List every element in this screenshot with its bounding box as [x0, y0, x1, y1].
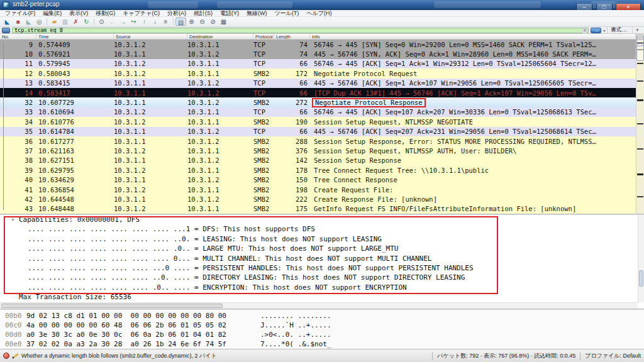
- cell-proto: TCP: [253, 108, 274, 116]
- packet-row[interactable]: 110.57994510.3.1.210.3.1.1TCP6656746 → 4…: [0, 59, 636, 69]
- go-to-packet-icon[interactable]: ↪: [128, 18, 139, 26]
- cell-proto: SMB2: [253, 176, 274, 184]
- close-file-icon[interactable]: ✗: [70, 18, 81, 26]
- column-header-no[interactable]: No.: [0, 34, 36, 39]
- expander-icon[interactable]: ▾: [11, 215, 14, 224]
- hex-row[interactable]: 00d0a0 3e 30 3c a0 0e 30 0c 06 0a 2b 06 …: [5, 330, 644, 339]
- menu-wireless[interactable]: 無線(W): [243, 10, 271, 16]
- packet-row[interactable]: 140.58341710.3.1.110.3.1.2TCP66[TCP Dup …: [0, 88, 636, 97]
- packet-row[interactable]: 4110.63685410.3.1.210.3.1.1SMB2198Create…: [0, 185, 636, 194]
- expert-info-icon[interactable]: [3, 353, 9, 359]
- packet-row[interactable]: 130.58341510.3.1.110.3.1.2TCP66445 → 567…: [0, 79, 636, 88]
- cell-proto: TCP: [253, 50, 274, 58]
- details-vscrollbar[interactable]: [638, 215, 644, 302]
- restart-capture-icon[interactable]: ◣: [23, 18, 34, 26]
- stop-capture-icon[interactable]: ■: [13, 18, 23, 26]
- filter-input[interactable]: tcp.stream eq 0 ×: [12, 28, 589, 33]
- packet-row[interactable]: 3910.62979510.3.1.210.3.1.1SMB2178Tree C…: [0, 165, 636, 175]
- packet-list-header[interactable]: No.TimeSourceDestinationProtocolLengthIn…: [0, 34, 636, 40]
- filter-apply-button[interactable]: →: [591, 28, 601, 33]
- capture-comment-icon[interactable]: [12, 353, 19, 359]
- cell-len: 376: [274, 147, 310, 155]
- menu-edit[interactable]: 編集(E): [39, 10, 65, 16]
- menu-capture[interactable]: キャプチャ(C): [119, 10, 164, 16]
- column-header-info[interactable]: Info: [310, 34, 636, 39]
- details-vscrollbar-thumb[interactable]: [639, 270, 643, 287]
- tree-item-capability-flag[interactable]: .... .... .... .... .... .... .0.. .... …: [0, 283, 644, 292]
- column-header-protocol[interactable]: Protocol: [253, 34, 274, 39]
- zoom-out-icon[interactable]: ⊖: [197, 18, 208, 26]
- column-header-source[interactable]: Source: [114, 34, 187, 39]
- colorize-icon[interactable]: ▤: [175, 18, 186, 26]
- maximize-button[interactable]: □: [596, 4, 613, 10]
- go-first-icon[interactable]: ↑: [139, 18, 150, 26]
- tree-item-capabilities[interactable]: ▾Capabilities: 0x00000001, DFS: [0, 215, 644, 224]
- start-capture-icon[interactable]: ◣: [2, 18, 13, 26]
- packet-row[interactable]: 3210.60772910.3.1.110.3.1.2SMB2272Negoti…: [0, 97, 636, 107]
- profile-text[interactable]: プロファイル: Default: [585, 352, 641, 360]
- packet-row[interactable]: 3510.61478410.3.1.110.3.1.2TCP66445 → 56…: [0, 127, 636, 136]
- packet-list-scrollbar-thumb[interactable]: [636, 35, 644, 61]
- column-header-destination[interactable]: Destination: [187, 34, 253, 39]
- packet-row[interactable]: 3310.61069410.3.1.210.3.1.1TCP6656746 → …: [0, 107, 636, 117]
- save-file-icon[interactable]: ▥: [60, 18, 70, 26]
- filter-clear-icon[interactable]: ×: [582, 28, 587, 33]
- expression-button[interactable]: 書式…: [607, 26, 630, 34]
- zoom-100-icon[interactable]: ⊘: [208, 18, 218, 26]
- auto-scroll-icon[interactable]: ≡: [160, 18, 171, 26]
- hex-row[interactable]: 00b09d 02 13 c8 d1 01 00 00 00 00 00 00 …: [5, 311, 644, 321]
- packet-row[interactable]: 3410.61077610.3.1.210.3.1.1SMB2190Sessio…: [0, 117, 636, 126]
- go-back-icon[interactable]: ←: [107, 18, 118, 26]
- packet-row[interactable]: 3710.62116310.3.1.210.3.1.1SMB2376Sessio…: [0, 146, 636, 155]
- packet-row[interactable]: 100.57692110.3.1.110.3.1.2TCP74445 → 567…: [0, 49, 636, 58]
- menu-file[interactable]: ファイル(F): [1, 10, 39, 16]
- go-forward-icon[interactable]: →: [118, 18, 128, 26]
- tree-item-capability-flag[interactable]: .... .... .... .... .... .... ...0 .... …: [0, 263, 644, 273]
- menu-go[interactable]: 移動(G): [92, 10, 119, 16]
- cell-no: 43: [0, 205, 36, 212]
- menu-tools[interactable]: ツール(T): [270, 10, 303, 16]
- tree-item-capability-flag[interactable]: .... .... .... .... .... .... .... ..0. …: [0, 234, 644, 244]
- minimize-button[interactable]: –: [576, 4, 592, 10]
- toolbar-separator: [47, 18, 47, 25]
- packet-row[interactable]: 3810.62715110.3.1.110.3.1.2SMB2142Sessio…: [0, 156, 636, 165]
- column-header-time[interactable]: Time: [36, 34, 114, 39]
- details-hscrollbar-thumb[interactable]: [1, 304, 223, 308]
- resize-columns-icon[interactable]: ▦: [218, 18, 229, 26]
- filter-dropdown-caret-icon[interactable]: ▾: [603, 28, 605, 33]
- column-header-length[interactable]: Length: [274, 34, 310, 39]
- packet-row[interactable]: 4310.64844810.3.1.210.3.1.1SMB2175GetInf…: [0, 204, 636, 214]
- reload-file-icon[interactable]: ↻: [81, 18, 92, 26]
- zoom-in-icon[interactable]: ⊕: [186, 18, 197, 26]
- go-last-icon[interactable]: ↓: [150, 18, 160, 26]
- cell-no: 11: [0, 60, 36, 67]
- hex-row[interactable]: 00c04a 00 00 00 00 00 60 48 06 06 2b 06 …: [5, 321, 644, 330]
- menu-analyze[interactable]: 分析(A): [164, 10, 190, 16]
- details-hscrollbar[interactable]: [0, 302, 638, 309]
- menu-help[interactable]: ヘルプ(H): [303, 10, 335, 16]
- packet-row[interactable]: 90.57440910.3.1.210.3.1.1TCP7456746 → 44…: [0, 40, 636, 49]
- filter-bookmark-icon[interactable]: [2, 28, 10, 33]
- find-packet-icon[interactable]: ⊙: [96, 18, 107, 26]
- packet-row[interactable]: 4210.64454810.3.1.110.3.1.2SMB2222Create…: [0, 194, 636, 204]
- add-filter-button[interactable]: +: [632, 27, 642, 33]
- menu-view[interactable]: 表示(V): [65, 10, 92, 16]
- tree-item-capability-flag[interactable]: .... .... .... .... .... .... ..0. .... …: [0, 273, 644, 282]
- tree-item-capability-flag[interactable]: .... .... .... .... .... .... .... 0... …: [0, 254, 644, 263]
- tree-item-capability-flag[interactable]: .... .... .... .... .... .... .... ...1 …: [0, 224, 644, 234]
- packet-row[interactable]: 4010.63462910.3.1.110.3.1.2SMB2150Tree C…: [0, 175, 636, 184]
- close-button[interactable]: ×: [616, 4, 641, 10]
- packet-row[interactable]: 120.58004310.3.1.210.3.1.1SMB2172Negotia…: [0, 69, 636, 78]
- tree-item-capability-flag[interactable]: .... .... .... .... .... .... .... .0.. …: [0, 244, 644, 253]
- packet-list-scrollbar[interactable]: [636, 34, 644, 214]
- cell-no: 42: [0, 195, 36, 203]
- tree-item-max-transaction-size[interactable]: Max Transaction Size: 65536: [0, 292, 644, 302]
- open-file-icon[interactable]: ▰: [49, 18, 60, 26]
- menu-telephony[interactable]: 電話(Y): [216, 10, 243, 16]
- menu-statistics[interactable]: 統計(S): [190, 10, 216, 16]
- cell-no: 35: [0, 128, 36, 135]
- titlebar[interactable]: smb2-peter.pcap – □ ×: [0, 0, 644, 10]
- packet-row[interactable]: 3610.61727710.3.1.110.3.1.2SMB2288Sessio…: [0, 136, 636, 146]
- capture-options-icon[interactable]: ◎: [34, 18, 45, 26]
- hex-row[interactable]: 00e037 02 02 0a a3 2a 30 28 a0 26 1b 24 …: [5, 339, 644, 349]
